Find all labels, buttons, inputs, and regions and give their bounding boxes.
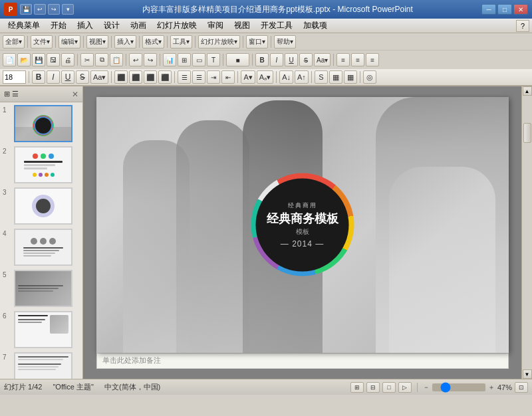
menu-insert[interactable]: 插入 (72, 19, 98, 33)
slide-canvas[interactable]: 经典商用 经典商务模板 模板 — 2014 — (96, 97, 509, 353)
tb-table[interactable]: ⊞ (178, 53, 191, 66)
fmt-al[interactable]: ⬛ (114, 70, 128, 84)
help-btn[interactable]: ? (516, 20, 529, 32)
tb-slideshow2[interactable]: 幻灯片放映▾ (198, 35, 240, 49)
slideshow-btn[interactable]: ▷ (398, 382, 412, 393)
tb-save2[interactable]: 🖫 (47, 53, 60, 66)
fmt-misc2[interactable]: ▦ (344, 70, 357, 84)
tb-redo[interactable]: ↪ (144, 53, 157, 66)
fmt-shadow[interactable]: S (315, 70, 328, 84)
redo-quick-btn[interactable]: ↪ (48, 4, 60, 15)
title-bar-left: P 💾 ↩ ↪ ▾ (4, 3, 74, 16)
fmt-indent[interactable]: ⇥ (207, 70, 220, 84)
tb-bold[interactable]: B (255, 53, 269, 66)
slide-thumb-2[interactable]: 2 (0, 144, 82, 185)
sep19 (237, 71, 238, 83)
scroll-down-btn[interactable]: ▼ (523, 369, 532, 379)
tb-print[interactable]: 🖨 (61, 53, 74, 66)
tb-format[interactable]: 格式▾ (142, 35, 164, 49)
slide-preview-2 (14, 146, 72, 183)
tb-tools[interactable]: 工具▾ (170, 35, 192, 49)
tb-alignc[interactable]: ≡ (351, 53, 364, 66)
notes-bar[interactable]: 单击此处添加备注 (96, 353, 509, 369)
slide-thumb-6[interactable]: 6 (0, 308, 82, 350)
fmt-decrease[interactable]: A↓ (279, 70, 293, 84)
fmt-bold[interactable]: B (32, 70, 45, 84)
tb-fontsize[interactable]: ■ (226, 53, 249, 66)
menu-animation[interactable]: 动画 (125, 19, 152, 33)
tb-new[interactable]: 📄 (3, 53, 16, 66)
menu-developer[interactable]: 开发工具 (255, 19, 298, 33)
scroll-up-btn[interactable]: ▲ (523, 86, 532, 96)
menu-addins[interactable]: 加载项 (298, 19, 332, 33)
tb-cut[interactable]: ✂ (80, 53, 94, 66)
fit-window-btn[interactable]: ⊡ (515, 382, 528, 393)
menu-start[interactable]: 开始 (45, 19, 72, 33)
fmt-aj[interactable]: ⬛ (158, 70, 172, 84)
menu-design[interactable]: 设计 (98, 19, 125, 33)
slide-thumb-1[interactable]: 1 (0, 102, 82, 144)
panel-close-btn[interactable]: ✕ (72, 90, 78, 99)
fmt-increase[interactable]: A↑ (295, 70, 309, 84)
fmt-fontsize2[interactable]: Aₐ▾ (257, 70, 273, 84)
panel-tab-slides[interactable]: ⊞ ☰ (4, 90, 19, 98)
slide-thumb-7[interactable]: 7 (0, 350, 82, 379)
fmt-strike[interactable]: S̶ (76, 70, 89, 84)
tb-allview[interactable]: 全部▾ (3, 35, 25, 49)
menu-view[interactable]: 视图 (229, 19, 255, 33)
tb-paste[interactable]: 📋 (110, 53, 123, 66)
restore-btn[interactable]: □ (497, 4, 512, 15)
slide-sorter-btn[interactable]: ⊟ (366, 382, 380, 393)
fmt-outdent[interactable]: ⇤ (221, 70, 235, 84)
sep9 (271, 36, 271, 48)
tb-save[interactable]: 💾 (32, 53, 45, 66)
font-size-input[interactable] (3, 70, 26, 84)
tb-italic[interactable]: I (270, 53, 283, 66)
fmt-ac[interactable]: ⬛ (129, 70, 142, 84)
tb-file[interactable]: 文件▾ (31, 35, 53, 49)
tb-alignl[interactable]: ≡ (336, 53, 350, 66)
tb-underline[interactable]: U (285, 53, 298, 66)
minimize-btn[interactable]: ─ (481, 4, 496, 15)
fmt-underline[interactable]: U (61, 70, 74, 84)
scroll-thumb[interactable] (523, 123, 531, 143)
fmt-fontcolor[interactable]: A▾ (241, 70, 255, 84)
fmt-design[interactable]: ◎ (363, 70, 376, 84)
tb-window[interactable]: 窗口▾ (246, 35, 268, 49)
tb-shapes[interactable]: ▭ (192, 53, 205, 66)
tb-viewmenu[interactable]: 视图▾ (86, 35, 108, 49)
undo-quick-btn[interactable]: ↩ (34, 4, 46, 15)
dropdown-quick-btn[interactable]: ▾ (62, 4, 74, 15)
menu-review[interactable]: 审阅 (202, 19, 229, 33)
menu-classic[interactable]: 经典菜单 (3, 19, 45, 33)
tb-undo[interactable]: ↩ (129, 53, 142, 66)
tb-insert[interactable]: 插入▾ (114, 35, 136, 49)
sep5 (139, 36, 140, 48)
tb-edit[interactable]: 编辑▾ (59, 35, 80, 49)
tb-help[interactable]: 帮助▾ (274, 35, 296, 49)
tb-alignr[interactable]: ≡ (366, 53, 379, 66)
fmt-fontscale[interactable]: Aa▾ (90, 70, 108, 84)
tb-chart[interactable]: 📊 (163, 53, 176, 66)
menu-slideshow[interactable]: 幻灯片放映 (152, 19, 202, 33)
slide-count: 幻灯片 1/42 (4, 382, 42, 392)
fmt-num[interactable]: ☰ (192, 70, 205, 84)
slide-thumb-5[interactable]: 5 (0, 267, 82, 308)
slide-thumb-3[interactable]: 3 (0, 185, 82, 226)
tb-open[interactable]: 📂 (17, 53, 31, 66)
save-quick-btn[interactable]: 💾 (20, 4, 32, 15)
fmt-bullet[interactable]: ☰ (178, 70, 191, 84)
tb-copy[interactable]: ⧉ (95, 53, 108, 66)
zoom-slider[interactable] (432, 383, 485, 391)
fmt-ar[interactable]: ⬛ (144, 70, 157, 84)
reading-view-btn[interactable]: □ (382, 382, 396, 393)
tb-strikethrough[interactable]: S̶ (299, 53, 313, 66)
tb-fontscale[interactable]: Aa▾ (314, 53, 331, 66)
fmt-italic[interactable]: I (47, 70, 60, 84)
tb-textbox[interactable]: T (207, 53, 220, 66)
normal-view-btn[interactable]: ⊞ (350, 382, 364, 393)
slide-preview-7 (14, 352, 72, 379)
close-btn[interactable]: ✕ (513, 4, 528, 15)
fmt-misc[interactable]: ▦ (329, 70, 342, 84)
slide-thumb-4[interactable]: 4 (0, 226, 82, 267)
